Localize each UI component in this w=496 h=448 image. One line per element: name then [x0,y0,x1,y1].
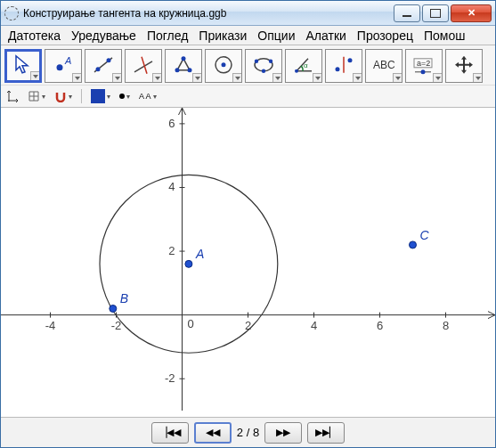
tool-circle-center[interactable] [205,49,242,83]
label-icon: A A [139,92,151,101]
svg-text:-2: -2 [165,371,175,385]
svg-text:C: C [420,228,430,242]
svg-text:ABC: ABC [373,59,395,71]
tool-move-view[interactable] [445,49,483,83]
point-style[interactable]: ▾ [119,93,130,101]
svg-text:6: 6 [168,117,175,130]
svg-point-11 [222,62,226,67]
tool-polygon[interactable] [165,49,202,83]
tool-line[interactable] [85,49,122,83]
tool-circle-3pts[interactable] [245,49,282,83]
dot-icon [119,94,125,99]
svg-text:A: A [64,55,71,66]
grid-icon [28,90,40,102]
svg-point-54 [110,305,117,312]
label-style[interactable]: A A ▾ [139,92,157,101]
tool-slider[interactable]: a=2 [405,49,443,83]
svg-text:0: 0 [188,317,194,330]
menu-tools[interactable]: Алатки [300,27,351,45]
svg-point-3 [96,67,101,71]
nav-last-button[interactable]: ▶▶▏ [307,422,345,444]
axes-toggle[interactable] [6,90,19,102]
magnet-icon [54,90,67,102]
svg-point-52 [185,260,192,267]
menu-edit[interactable]: Уредување [66,27,142,45]
app-window: Конструирање тангента на кружница.ggb Да… [0,0,496,448]
menu-window[interactable]: Прозорец [352,27,419,45]
menu-perspectives[interactable]: Прикази [193,27,252,45]
svg-point-9 [182,56,186,61]
minimize-button[interactable] [394,4,420,22]
grid-toggle[interactable]: ▾ [28,90,45,102]
tool-move[interactable] [4,49,42,83]
menu-help[interactable]: Помош [419,27,471,45]
svg-point-4 [107,58,111,62]
svg-text:4: 4 [168,180,175,193]
nav-next-button[interactable]: ▶▶ [264,422,302,444]
tool-reflect[interactable] [325,49,362,83]
style-toolbar: ▾ ▾ ▾ ▾ A A ▾ [1,85,495,108]
move-view-icon [453,54,475,76]
menu-view[interactable]: Поглед [142,27,193,45]
svg-text:α: α [304,61,308,69]
color-picker[interactable]: ▾ [91,89,110,103]
svg-text:2: 2 [168,244,175,257]
coordinate-plane: -4-22468-22460ABC [1,108,495,411]
svg-text:-4: -4 [45,319,56,332]
nav-step-label: 2 / 8 [237,426,259,439]
app-icon [4,6,19,20]
window-title: Конструирање тангента на кружница.ggb [23,7,394,20]
svg-point-56 [410,241,417,248]
svg-point-15 [262,69,265,73]
svg-point-17 [295,69,298,73]
graphics-view[interactable]: -4-22468-22460ABC [1,108,495,417]
svg-text:A: A [195,247,204,261]
svg-point-25 [421,69,426,74]
svg-text:8: 8 [443,319,449,332]
capture-toggle[interactable]: ▾ [54,90,72,102]
menu-file[interactable]: Датотека [3,27,66,45]
svg-text:B: B [120,291,128,305]
color-swatch [91,89,105,103]
menu-options[interactable]: Опции [252,27,300,45]
svg-point-8 [188,68,192,72]
tool-text[interactable]: ABC [365,49,402,83]
window-buttons [394,4,492,22]
tool-angle[interactable]: α [285,49,322,83]
svg-point-19 [336,67,340,71]
svg-point-7 [175,68,180,72]
construction-nav: ▕◀◀ ◀◀ 2 / 8 ▶▶ ▶▶▏ [1,417,495,447]
svg-text:6: 6 [377,319,383,332]
close-button[interactable] [451,4,492,22]
maximize-button[interactable] [422,4,449,22]
nav-prev-button[interactable]: ◀◀ [194,422,232,444]
tool-perpendicular[interactable] [125,49,162,83]
svg-point-13 [255,60,258,63]
nav-first-button[interactable]: ▕◀◀ [151,422,189,444]
main-toolbar: A α ABC [1,45,495,85]
menubar: Датотека Уредување Поглед Прикази Опции … [1,26,495,45]
svg-point-0 [57,64,63,70]
axes-icon [6,90,19,102]
svg-text:4: 4 [311,319,317,332]
svg-point-20 [348,58,353,62]
tool-point[interactable]: A [45,49,82,83]
svg-text:a=2: a=2 [417,59,430,68]
svg-point-14 [269,60,272,63]
titlebar: Конструирање тангента на кружница.ggb [1,1,495,26]
